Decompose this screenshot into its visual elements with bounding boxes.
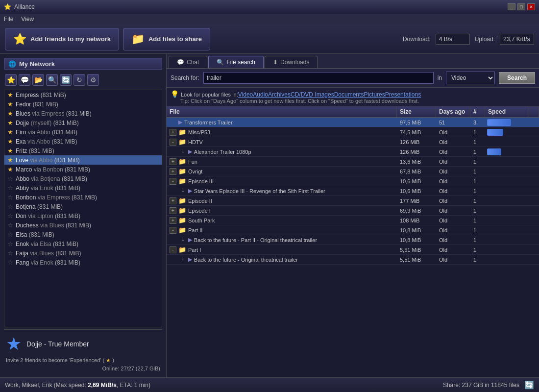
expand-button[interactable]: + [170,197,176,204]
list-item[interactable]: ★ Love via Abbo (831 MiB) [4,155,162,165]
list-item[interactable]: ☆ Duchess via Blues (831 MiB) [4,220,162,230]
folder-icon: 📁 [178,128,186,136]
list-item[interactable]: ★ Dojje (myself) (831 MiB) [4,118,162,127]
add-files-button[interactable]: 📁 Add files to share [123,28,210,50]
table-row[interactable]: + 📁 Fun 13,6 MiB Old 1 [167,157,539,167]
list-item[interactable]: ★ Fedor (831 MiB) [4,99,162,109]
speed-bar-cell [485,128,529,137]
friend-name: Fedor (831 MiB) [16,101,58,108]
file-name: Alexander Trailer 1080p [194,149,251,155]
table-row[interactable]: + 📁 Misc/P53 74,5 MiB Old 1 [167,127,539,137]
star-icon: ★ [7,119,13,126]
tool-browse-btn[interactable]: 📂 [32,74,44,86]
expand-button[interactable]: + [170,207,176,214]
tool-refresh2-btn[interactable]: ↻ [74,74,85,86]
table-row[interactable]: + 📁 Episode II 177 MiB Old 1 [167,196,539,206]
table-row[interactable]: └ ▶ Back to the future - Original theatr… [167,255,539,265]
table-row[interactable]: - 📁 Part I 5,51 MiB Old 1 [167,245,539,255]
table-row[interactable]: + 📁 South Park 108 MiB Old 1 [167,216,539,225]
search-category-select[interactable]: Video Audio Any [446,72,495,84]
table-row[interactable]: + 📁 Övrigt 67,8 MiB Old 1 [167,167,539,176]
expand-button[interactable]: + [170,168,176,175]
popular-prefix: Look for popular files in: [181,92,238,98]
upload-speed-input[interactable] [500,34,534,45]
star-icon: ☆ [7,194,13,201]
tool-refresh-btn[interactable]: 🔄 [60,74,72,86]
list-item[interactable]: ☆ Enok via Elsa (831 MiB) [4,239,162,248]
refresh-icon[interactable]: 🔄 [524,380,534,390]
expand-button[interactable]: + [170,129,176,136]
expand-button[interactable]: - [170,227,176,234]
table-row[interactable]: └ ▶ Star Wars Episode III - Revenge of t… [167,186,539,196]
list-item[interactable]: ★ Eiro via Abbo (831 MiB) [4,127,162,137]
file-size: 69,9 MiB [397,207,436,215]
file-size: 10,8 MiB [397,226,436,234]
list-item[interactable]: ★ Exa via Abbo (831 MiB) [4,137,162,146]
list-item[interactable]: ☆ Faija via Blues (831 MiB) [4,248,162,258]
table-row[interactable]: └ ▶ Back to the future - Part II - Origi… [167,235,539,245]
popular-link-audio[interactable]: Audio [253,91,268,98]
menu-view[interactable]: View [21,16,34,23]
list-item[interactable]: ☆ Abby via Enok (831 MiB) [4,183,162,193]
list-item[interactable]: ★ Empress (831 MiB) [4,90,162,99]
tool-chat-btn[interactable]: 💬 [19,74,30,86]
list-item[interactable]: ☆ Don via Lipton (831 MiB) [4,211,162,220]
table-row[interactable]: + 📁 Episode I 69,9 MiB Old 1 [167,206,539,216]
table-row[interactable]: ▶ Transformers Trailer 97,5 MiB 51 3 [167,118,539,127]
download-speed-input[interactable] [436,34,470,45]
expand-button[interactable]: + [170,217,176,224]
list-item[interactable]: ★ Marco via Bonbon (831 MiB) [4,165,162,174]
file-days: 51 [436,119,470,126]
popular-link-cdvd[interactable]: CD/DVD Images [291,91,334,98]
list-item[interactable]: ☆ Botjena (831 MiB) [4,202,162,211]
col-size[interactable]: Size [397,106,436,117]
tab-file-search-label: File search [226,59,255,66]
file-num: 1 [470,138,485,146]
list-item[interactable]: ★ Blues via Empress (831 MiB) [4,109,162,118]
table-row[interactable]: - 📁 Episode III 10,6 MiB Old 1 [167,176,539,186]
search-input[interactable] [203,72,434,84]
tool-add-btn[interactable]: ⭐ [5,74,17,86]
file-name: South Park [188,218,215,223]
expand-button[interactable]: - [170,246,176,253]
search-button[interactable]: Search [499,72,535,84]
expand-button[interactable]: - [170,139,176,146]
close-button[interactable]: ✕ [527,3,535,10]
friend-name: Abby via Enok (831 MiB) [16,185,80,192]
table-row[interactable]: └ ▶ Alexander Trailer 1080p 126 MiB Old … [167,147,539,157]
tool-settings-btn[interactable]: ⚙ [87,74,99,86]
list-item[interactable]: ☆ Abbo via Botjena (831 MiB) [4,174,162,183]
table-row[interactable]: - 📁 HDTV 126 MiB Old 1 [167,137,539,147]
file-days: Old [436,168,470,175]
statusbar: Work, Mikael, Erik (Max speed: 2,69 MiB/… [0,377,539,392]
speed-bar-cell [485,147,529,156]
table-row[interactable]: - 📁 Part II 10,8 MiB Old 1 [167,225,539,235]
popular-link-video[interactable]: Video [238,91,253,98]
list-item[interactable]: ☆ Fang via Enok (831 MiB) [4,258,162,267]
list-item[interactable]: ☆ Elsa (831 MiB) [4,230,162,239]
tab-downloads[interactable]: ⬇ Downloads [265,56,318,68]
tab-chat[interactable]: 💬 Chat [169,56,207,68]
col-days[interactable]: Days ago [436,106,470,117]
list-item[interactable]: ☆ Bonbon via Empress (831 MiB) [4,193,162,202]
tab-file-search[interactable]: 🔍 File search [208,56,264,68]
popular-link-presentations[interactable]: Presentations [385,91,421,98]
network-tools: ⭐ 💬 📂 🔍 🔄 ↻ ⚙ [4,73,162,87]
minimize-button[interactable]: _ [508,3,515,10]
file-days: Old [436,236,470,244]
col-speed[interactable]: Speed [485,106,529,117]
popular-link-documents[interactable]: Documents [334,91,364,98]
tool-search-btn[interactable]: 🔍 [46,74,58,86]
add-friends-button[interactable]: ⭐ Add friends to my network [5,28,119,50]
star-icon: ★ [7,147,13,154]
popular-link-archives[interactable]: Archives [268,91,291,98]
expand-button[interactable]: + [170,158,176,165]
search-bar: Search for: in Video Audio Any Search [167,69,539,88]
maximize-button[interactable]: □ [517,3,525,10]
list-item[interactable]: ★ Fritz (831 MiB) [4,146,162,155]
friend-name: Fang via Enok (831 MiB) [16,259,80,266]
popular-link-pictures[interactable]: Pictures [364,91,385,98]
friend-name: Botjena (831 MiB) [16,203,63,210]
expand-button[interactable]: - [170,178,176,185]
menu-file[interactable]: File [4,16,13,23]
